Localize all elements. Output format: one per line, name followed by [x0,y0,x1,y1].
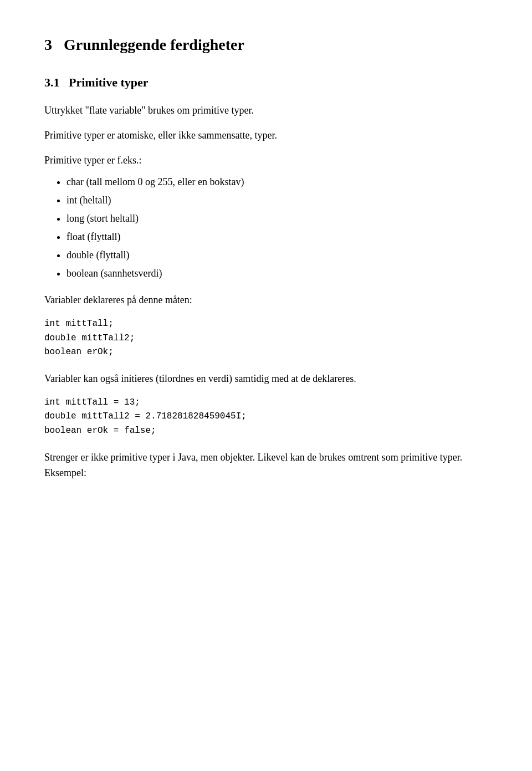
variables-declare-label: Variabler deklareres på denne måten: [44,292,488,308]
primitive-types-list: char (tall mellom 0 og 255, eller en bok… [66,175,488,281]
paragraph-2: Primitive typer er atomiske, eller ikke … [44,127,488,144]
chapter-title: 3 Grunnleggende ferdigheter [44,33,488,57]
paragraph-3: Primitive typer er f.eks.: [44,152,488,169]
strenger-text: Strenger er ikke primitive typer i Java,… [44,450,488,482]
variables-init-text: Variabler kan også initieres (tilordnes … [44,371,488,387]
list-item: char (tall mellom 0 og 255, eller en bok… [66,175,488,190]
list-item: float (flyttall) [66,229,488,244]
list-item: double (flyttall) [66,248,488,263]
code-block-1: int mittTall; double mittTall2; boolean … [44,317,488,360]
section-title: 3.1 Primitive typer [44,73,488,91]
code-block-2: int mittTall = 13; double mittTall2 = 2.… [44,396,488,438]
paragraph-1: Uttrykket "flate variable" brukes om pri… [44,103,488,119]
list-item: boolean (sannhetsverdi) [66,266,488,281]
list-item: long (stort heltall) [66,211,488,226]
list-item: int (heltall) [66,193,488,208]
